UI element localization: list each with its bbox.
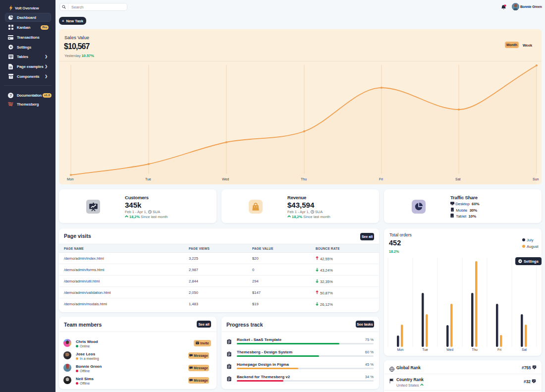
svg-text:Mon: Mon [397,348,403,351]
svg-text:?: ? [9,93,12,98]
svg-text:Fri: Fri [497,348,501,351]
svg-text:Wed: Wed [446,348,453,351]
svg-text:Sat: Sat [522,348,527,351]
svg-text:Thu: Thu [472,348,478,351]
svg-text:Tue: Tue [422,348,428,351]
